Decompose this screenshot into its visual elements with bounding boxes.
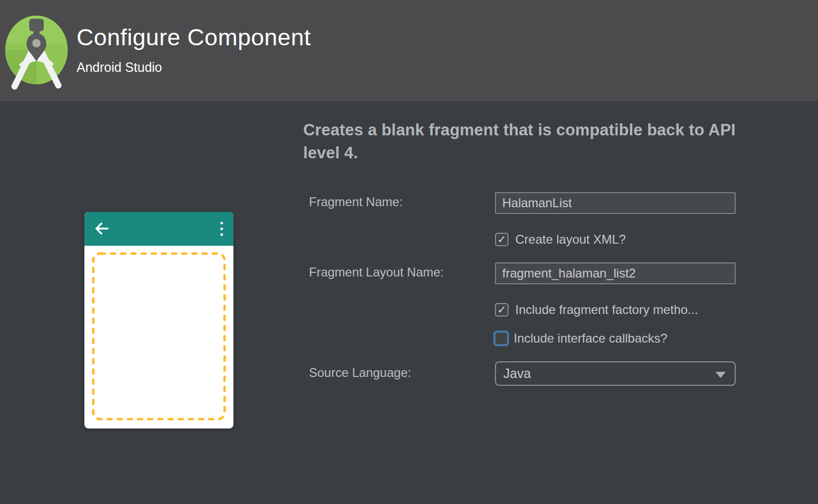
- fragment-layout-name-input[interactable]: [495, 262, 736, 284]
- include-interface-callbacks-row[interactable]: Include interface callbacks?: [493, 331, 667, 346]
- checkmark-icon: ✓: [497, 304, 506, 315]
- fragment-name-input[interactable]: [495, 192, 736, 214]
- android-studio-logo-icon: [4, 12, 71, 90]
- source-language-label: Source Language:: [309, 365, 411, 381]
- create-layout-xml-checkbox[interactable]: ✓: [495, 233, 509, 246]
- include-factory-methods-row[interactable]: ✓ Include fragment factory metho...: [495, 303, 698, 317]
- preview-toolbar: [84, 212, 233, 246]
- source-language-dropdown[interactable]: Java: [495, 361, 736, 386]
- source-language-value: Java: [503, 366, 531, 381]
- page-subtitle: Android Studio: [77, 60, 162, 75]
- create-layout-xml-row[interactable]: ✓ Create layout XML?: [495, 232, 626, 247]
- include-interface-callbacks-checkbox[interactable]: [493, 331, 509, 346]
- checkmark-icon: ✓: [497, 234, 506, 245]
- page-title: Configure Component: [77, 24, 311, 51]
- fragment-layout-name-label: Fragment Layout Name:: [309, 264, 444, 280]
- chevron-down-icon: [715, 372, 726, 378]
- fragment-name-label: Fragment Name:: [309, 194, 403, 210]
- dialog-header: Configure Component Android Studio: [0, 0, 818, 102]
- preview-content-area: [84, 246, 233, 429]
- template-description: Creates a blank fragment that is compati…: [303, 119, 736, 165]
- overflow-menu-icon: [220, 222, 223, 236]
- dashed-placeholder-border: [84, 246, 233, 429]
- include-factory-methods-checkbox[interactable]: ✓: [495, 303, 509, 317]
- include-interface-callbacks-label: Include interface callbacks?: [514, 331, 667, 346]
- fragment-preview-card: [84, 212, 233, 429]
- back-arrow-icon: [94, 221, 109, 236]
- include-factory-methods-label: Include fragment factory metho...: [515, 303, 698, 317]
- create-layout-xml-label: Create layout XML?: [515, 232, 626, 247]
